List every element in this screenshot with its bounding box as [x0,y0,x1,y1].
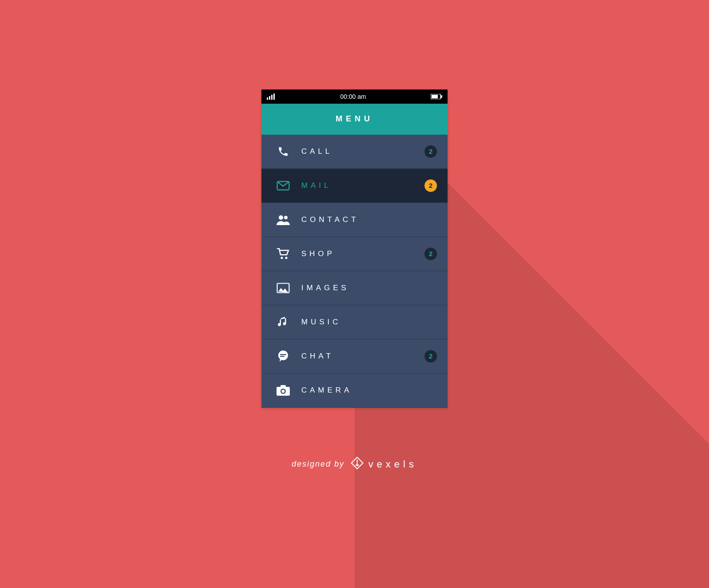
menu-item-call[interactable]: CALL 2 [261,135,448,169]
vexels-logo-icon [351,456,364,472]
menu-item-contact[interactable]: CONTACT [261,203,448,237]
menu-item-label: CAMERA [294,386,437,395]
badge: 2 [425,179,437,192]
svg-point-11 [285,257,287,259]
svg-rect-14 [280,354,286,355]
mail-icon [272,181,294,191]
menu-item-label: MAIL [294,181,425,190]
status-bar: 00:00 am [261,90,448,104]
menu-item-music[interactable]: MUSIC [261,305,448,339]
svg-point-10 [280,257,283,259]
svg-point-20 [357,459,358,461]
badge: 2 [425,248,437,260]
badge: 2 [425,145,437,158]
attribution-prefix: designed by [292,459,344,469]
menu-item-label: IMAGES [294,284,437,292]
phone-icon [272,146,294,157]
menu-item-camera[interactable]: CAMERA [261,374,448,408]
svg-point-19 [282,389,285,393]
images-icon [272,283,294,293]
attribution-brand: vexels [368,459,417,470]
menu-item-chat[interactable]: CHAT 2 [261,339,448,374]
svg-rect-6 [441,95,442,98]
svg-point-8 [279,215,283,220]
svg-point-9 [284,216,288,219]
menu-list: CALL 2 MAIL 2 [261,135,448,408]
menu-item-label: MUSIC [294,318,437,327]
badge: 2 [425,350,437,362]
contact-icon [272,214,294,225]
phone-frame: 00:00 am MENU CALL 2 [261,90,448,408]
cart-icon [272,248,294,260]
header-title: MENU [336,114,374,124]
svg-rect-3 [273,93,275,100]
signal-icon [267,93,276,100]
svg-rect-15 [280,356,284,357]
menu-item-label: CONTACT [294,215,437,224]
attribution: designed by vexels [292,456,417,472]
svg-rect-17 [280,385,286,388]
music-icon [272,316,294,328]
menu-item-label: CHAT [294,352,425,361]
svg-rect-1 [269,96,270,100]
svg-rect-2 [271,95,273,100]
camera-icon [272,385,294,396]
battery-icon [431,94,442,99]
svg-rect-0 [267,97,268,100]
chat-icon [272,350,294,362]
menu-item-label: CALL [294,147,425,156]
header-bar: MENU [261,104,448,135]
menu-item-label: SHOP [294,249,425,258]
svg-rect-5 [432,95,438,98]
menu-item-images[interactable]: IMAGES [261,271,448,305]
menu-item-shop[interactable]: SHOP 2 [261,237,448,271]
svg-point-13 [278,350,288,360]
status-time: 00:00 am [276,93,431,100]
menu-item-mail[interactable]: MAIL 2 [261,169,448,203]
